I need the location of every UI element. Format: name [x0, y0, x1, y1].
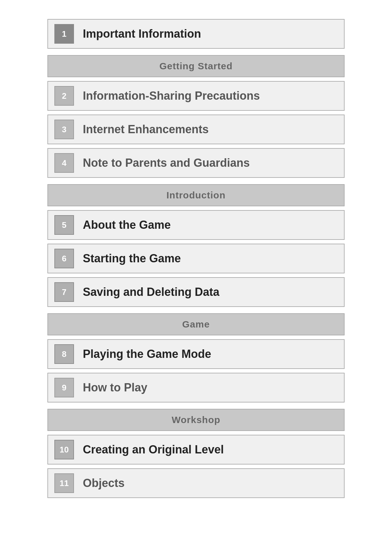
- menu-item-9[interactable]: 9 How to Play: [47, 373, 345, 402]
- item-label-4: Note to Parents and Guardians: [83, 156, 250, 170]
- item-label-3: Internet Enhancements: [83, 123, 209, 136]
- menu-item-2[interactable]: 2 Information-Sharing Precautions: [47, 81, 345, 111]
- section-title-game: Game: [182, 319, 210, 329]
- number-badge-3: 3: [54, 120, 74, 139]
- item-label-2: Information-Sharing Precautions: [83, 89, 260, 103]
- menu-item-6[interactable]: 6 Starting the Game: [47, 244, 345, 273]
- number-badge-1: 1: [54, 24, 74, 44]
- item-label-7: Saving and Deleting Data: [83, 285, 219, 299]
- section-title-workshop: Workshop: [172, 415, 220, 425]
- number-badge-7: 7: [54, 282, 74, 302]
- menu-item-3[interactable]: 3 Internet Enhancements: [47, 115, 345, 144]
- number-badge-8: 8: [54, 344, 74, 364]
- section-header-introduction[interactable]: Introduction: [47, 184, 345, 206]
- item-label-10: Creating an Original Level: [83, 443, 224, 456]
- menu-item-5[interactable]: 5 About the Game: [47, 210, 345, 240]
- section-header-game[interactable]: Game: [47, 313, 345, 335]
- section-title-introduction: Introduction: [167, 190, 226, 200]
- item-label-9: How to Play: [83, 381, 147, 394]
- menu-item-4[interactable]: 4 Note to Parents and Guardians: [47, 148, 345, 178]
- table-of-contents: 1 Important Information Getting Started …: [47, 19, 345, 502]
- section-header-workshop[interactable]: Workshop: [47, 409, 345, 431]
- number-badge-11: 11: [54, 473, 74, 493]
- menu-item-11[interactable]: 11 Objects: [47, 468, 345, 498]
- section-header-getting-started[interactable]: Getting Started: [47, 55, 345, 77]
- number-badge-4: 4: [54, 153, 74, 173]
- item-label-1: Important Information: [83, 27, 201, 41]
- menu-item-10[interactable]: 10 Creating an Original Level: [47, 435, 345, 465]
- number-badge-5: 5: [54, 215, 74, 235]
- item-label-11: Objects: [83, 477, 125, 490]
- item-label-8: Playing the Game Mode: [83, 347, 211, 361]
- menu-item-7[interactable]: 7 Saving and Deleting Data: [47, 277, 345, 307]
- number-badge-6: 6: [54, 249, 74, 268]
- number-badge-9: 9: [54, 378, 74, 397]
- item-label-6: Starting the Game: [83, 252, 181, 265]
- menu-item-1[interactable]: 1 Important Information: [47, 19, 345, 49]
- item-label-5: About the Game: [83, 218, 171, 232]
- menu-item-8[interactable]: 8 Playing the Game Mode: [47, 339, 345, 369]
- section-title-getting-started: Getting Started: [159, 61, 233, 71]
- number-badge-2: 2: [54, 86, 74, 106]
- number-badge-10: 10: [54, 440, 74, 459]
